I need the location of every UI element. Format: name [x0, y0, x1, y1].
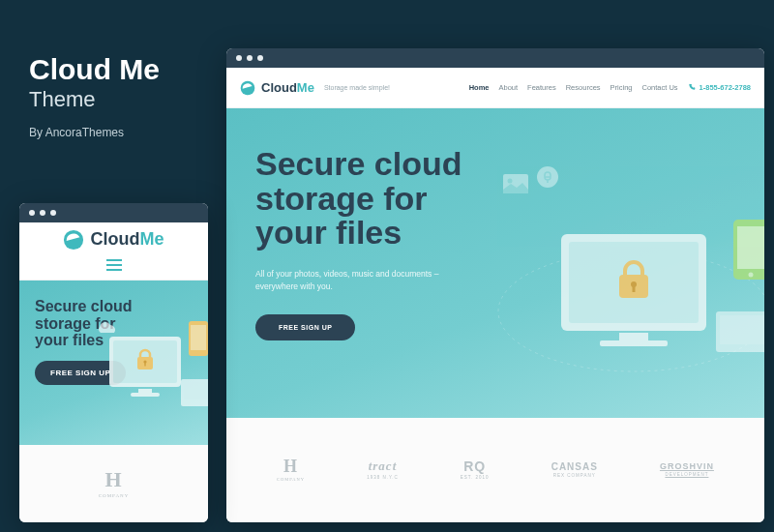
brand[interactable]: CloudMe [63, 229, 164, 251]
brand-name: CloudMe [90, 229, 164, 250]
brand[interactable]: CloudMe [240, 80, 314, 96]
logo-groshvin: GROSHVINDEVELOPMENT [660, 462, 714, 479]
nav-home[interactable]: Home [469, 83, 490, 92]
window-titlebar [19, 203, 208, 222]
nav-contact[interactable]: Contact Us [642, 83, 678, 92]
phone-number: 1-855-672-2788 [700, 83, 751, 92]
svg-rect-10 [737, 226, 764, 269]
svg-rect-24 [144, 363, 145, 367]
cloud-icon [240, 80, 255, 96]
logo-rq: RQEST. 2010 [461, 459, 490, 481]
partner-logos: HCOMPANY [19, 445, 208, 522]
window-dot [50, 210, 56, 216]
svg-point-15 [508, 179, 513, 184]
page-title: Cloud Me [29, 53, 160, 85]
hero-illustration [484, 166, 764, 379]
window-titlebar [226, 48, 764, 68]
hero-section: Secure cloud storage for your files All … [226, 108, 764, 418]
hero-subtitle: All of your photos, videos, music and do… [255, 268, 468, 293]
window-dot [29, 210, 35, 216]
svg-rect-8 [633, 286, 636, 292]
svg-rect-5 [600, 340, 668, 346]
nav-links: Home About Features Resources Pricing Co… [469, 83, 751, 93]
logo-tract: tract1938 N.Y.C [367, 459, 399, 480]
mobile-top-nav: CloudMe [19, 222, 208, 281]
logo-h: HCOMPANY [277, 458, 305, 484]
svg-rect-13 [720, 315, 764, 344]
nav-pricing[interactable]: Pricing [610, 83, 633, 92]
cloud-icon [63, 229, 84, 251]
window-dot [40, 210, 45, 216]
window-dot [247, 55, 253, 61]
svg-rect-21 [131, 393, 160, 397]
svg-rect-20 [138, 389, 152, 393]
brand-name: CloudMe [261, 80, 314, 95]
partner-logos: HCOMPANY tract1938 N.Y.C RQEST. 2010 CAN… [226, 418, 764, 522]
logo-h: HCOMPANY [99, 468, 130, 499]
svg-rect-4 [619, 333, 648, 340]
logo-cansas: CANSASREX COMPANY [551, 461, 598, 479]
nav-about[interactable]: About [498, 83, 518, 92]
hero-title: Secure cloud storage for your files [255, 147, 507, 251]
phone-link[interactable]: 1-855-672-2788 [688, 83, 751, 93]
phone-icon [688, 83, 696, 93]
window-dot [236, 55, 242, 61]
page-byline: By AncoraThemes [29, 126, 160, 139]
signup-button[interactable]: FREE SIGN UP [255, 314, 355, 340]
svg-rect-26 [191, 325, 206, 350]
nav-features[interactable]: Features [527, 83, 556, 92]
nav-resources[interactable]: Resources [566, 83, 601, 92]
window-dot [257, 55, 263, 61]
brand-tagline: Storage made simple! [324, 84, 390, 91]
page-subtitle: Theme [29, 87, 160, 112]
svg-point-11 [749, 273, 754, 278]
mobile-preview-window: CloudMe Secure cloud storage for your fi… [19, 203, 208, 522]
desktop-preview-window: CloudMe Storage made simple! Home About … [226, 48, 764, 522]
hero-section: Secure cloud storage for your files FREE… [19, 281, 208, 445]
page-title-block: Cloud Me Theme By AncoraThemes [29, 53, 160, 139]
top-nav: CloudMe Storage made simple! Home About … [226, 68, 764, 108]
hero-illustration [92, 310, 208, 426]
svg-rect-28 [184, 382, 208, 399]
menu-icon[interactable] [106, 258, 122, 274]
